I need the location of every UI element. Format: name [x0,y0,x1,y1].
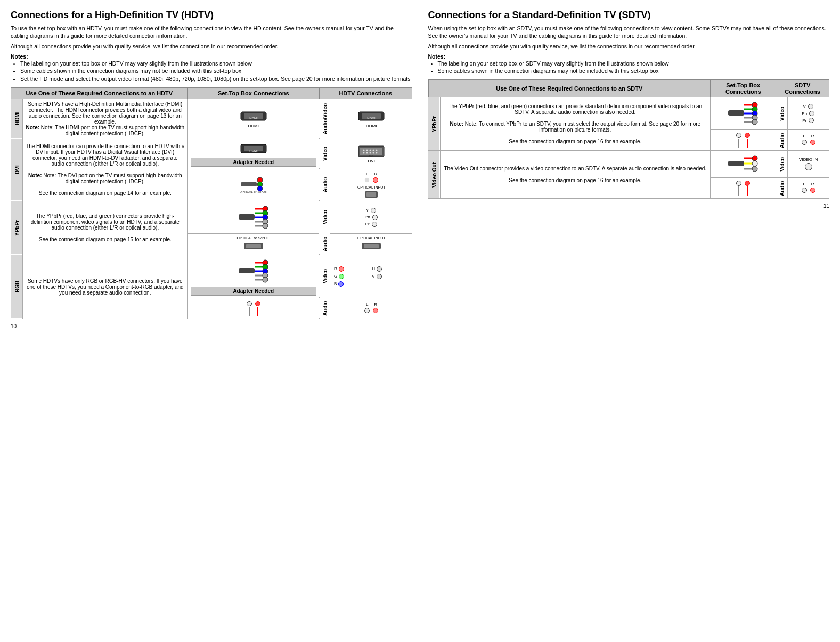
svg-point-18 [370,152,371,154]
svg-rect-70 [728,161,744,166]
sdtv-col1-header: Use One of These Required Connections to… [428,80,711,97]
videoout-tv-audio: L R [788,178,829,199]
rgb-adapter-badge: Adapter Needed [191,287,316,296]
page-num-right: 11 [428,203,830,209]
svg-text:HDMI: HDMI [249,117,258,120]
svg-point-54 [263,277,268,282]
rgb-tv-audio-connector: L R [331,298,412,319]
ypbpr-stb-audio-connector: OPTICAL or S/PDIF [187,233,319,255]
optical-spdif-label: OPTICAL or S/PDIF [191,236,316,240]
videoout-stb-video [711,151,776,178]
left-note-3: Set the HD mode and select the output vi… [20,75,412,83]
dvi-tv-audio-connector: L R OPTICAL INPUT [331,169,412,201]
hdmi-stb-connector: HDMI HDMI [187,99,319,139]
right-page: Connections for a Standard-Definition TV… [428,10,830,632]
rgb-tv-video-connector: R H G V [331,255,412,298]
videoout-stb-audio [711,178,776,199]
g-label: G [334,274,337,279]
hdmi-tv-label: HDMI [334,124,409,128]
right-note-1: The labeling on your set-top box or SDTV… [438,60,830,68]
svg-text:OPTICAL or S/PDIF: OPTICAL or S/PDIF [240,190,267,193]
sdtv-col2-header: Set-Top Box Connections [711,80,776,97]
hdmi-stb-label: HDMI [191,124,316,128]
sdtv-col3-header: SDTV Connections [776,80,829,97]
svg-point-39 [263,223,268,229]
videoout-video-av-label: Video [776,151,788,178]
svg-rect-56 [257,307,258,316]
rgb-audio-av-label: Audio [319,298,331,319]
y-label: Y [366,208,369,213]
ypbpr-video-av-label: Video [319,201,331,233]
dvi-video-av-label: Video [319,139,331,169]
svg-rect-22 [241,182,257,186]
videoout-desc: The Video Out connector provides a video… [440,151,711,199]
svg-rect-77 [738,186,739,196]
rgb-video-av-label: Video [319,255,331,298]
video-out-row-video: Video Out The Video Out connector provid… [428,151,829,178]
videoout-tv-video: VIDEO IN [788,151,829,178]
svg-rect-28 [366,192,376,197]
svg-point-16 [363,152,365,154]
svg-rect-57 [728,110,744,116]
pr-label: Pr [365,222,370,226]
hdtv-col2-header: Set-Top Box Connections [187,87,319,99]
left-title: Connections for a High-Definition TV (HD… [11,10,412,21]
svg-point-11 [363,150,365,151]
sdtv-ypbpr-stb-video [711,97,776,130]
sdtv-ypbpr-label: YPbPr [428,97,440,151]
rgb-audio-l: L [364,302,370,307]
videoout-audio-av-label: Audio [776,178,788,199]
videoout-audio-r: R [810,182,816,186]
right-notes-list: The labeling on your set-top box or SDTV… [438,60,830,75]
sdtv-ypbpr-tv-video: Y Pb Pr [788,97,829,130]
svg-rect-29 [239,214,255,220]
left-notes-list: The labeling on your set-top box or HDTV… [20,60,412,83]
hdmi-desc: Some HDTVs have a High-Definition Multim… [23,99,188,139]
svg-point-20 [376,152,378,154]
left-intro2: Although all connections provide you wit… [11,43,412,51]
svg-point-19 [373,152,374,154]
dvi-row-video: DVI The HDMI connector can provide the c… [11,139,412,169]
rgb-label: RGB [11,255,23,319]
ypbpr-tv-audio-connector: OPTICAL INPUT [331,233,412,255]
left-page: Connections for a High-Definition TV (HD… [11,10,412,632]
v-label: V [372,274,374,279]
dvi-label: DVI [11,139,23,201]
sdtv-ypbpr-tv-audio: L R [788,130,829,151]
svg-rect-69 [747,139,748,148]
ypbpr-row-video: YPbPr The YPbPr (red, blue, and green) c… [11,201,412,233]
right-notes-label: Notes: [428,53,446,60]
videoout-label: Video Out [428,151,440,199]
svg-rect-10 [360,148,382,155]
right-intro1: When using the set-top box with an SDTV,… [428,25,830,40]
dvi-adapter-badge: Adapter Needed [191,158,316,167]
dvi-tv-label: DVI [334,159,409,164]
right-notes: Notes: The labeling on your set-top box … [428,53,830,75]
audio-l-label: L [364,172,370,176]
rgb-stb-audio-connector [187,298,319,319]
svg-point-76 [752,166,757,172]
hdmi-row: HDMI Some HDTVs have a High-Definition M… [11,99,412,139]
left-note-2: Some cables shown in the connection diag… [20,67,412,75]
rgb-audio-r: R [372,302,379,307]
ypbpr-label: YPbPr [11,201,23,255]
svg-point-67 [752,119,757,125]
r-label: R [334,266,337,271]
right-title: Connections for a Standard-Definition TV… [428,10,830,21]
sdtv-ypbpr-video-av-label: Video [776,97,788,130]
svg-rect-44 [239,268,255,273]
svg-text:HDMI: HDMI [368,117,376,120]
svg-point-12 [366,150,368,151]
right-note-2: Some cables shown in the connection diag… [438,67,830,75]
optical-input-label: OPTICAL INPUT [357,185,386,189]
hdmi-label: HDMI [11,99,23,139]
svg-rect-78 [747,186,748,196]
left-note-1: The labeling on your set-top box or HDTV… [20,60,412,68]
left-notes-label: Notes: [11,53,28,60]
right-intro2: Although all connections provide you wit… [428,43,830,51]
svg-text:DVI: DVI [369,155,373,158]
svg-point-14 [373,150,374,151]
sdtv-table: Use One of These Required Connections to… [428,79,830,199]
videoout-audio-l: L [801,182,808,186]
sdtv-y-label: Y [803,104,805,109]
